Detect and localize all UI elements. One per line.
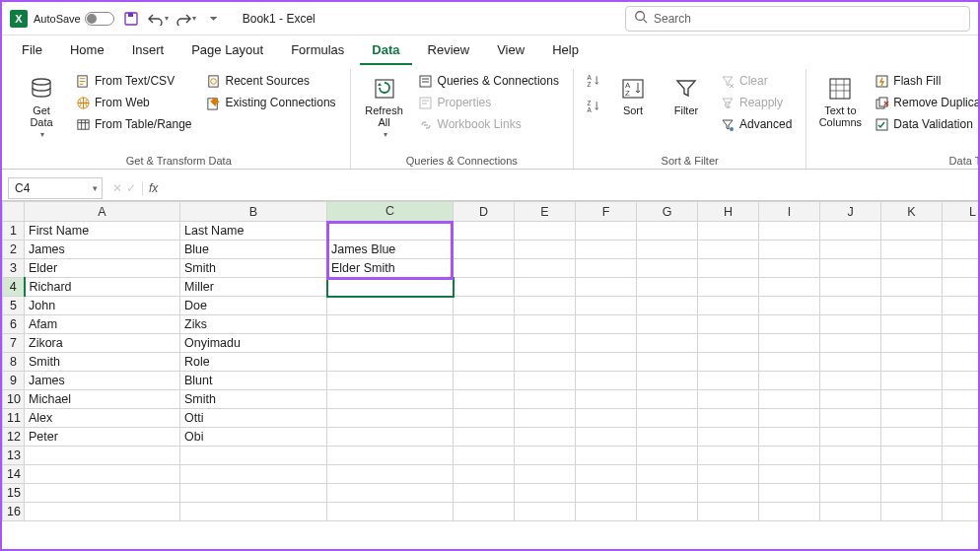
cell-H14[interactable] [698,465,759,484]
cell-L7[interactable] [943,334,979,353]
col-header-K[interactable]: K [881,202,943,222]
row-header[interactable]: 7 [3,334,25,353]
cell-F9[interactable] [576,372,637,390]
refresh-all-button[interactable]: Refresh All [361,71,408,143]
cell-I2[interactable] [759,241,820,259]
cell-E12[interactable] [515,428,576,447]
cell-J13[interactable] [820,447,881,465]
cell-E15[interactable] [515,484,576,503]
cell-J14[interactable] [820,465,881,484]
col-header-L[interactable]: L [943,202,979,222]
cell-E7[interactable] [515,334,576,353]
cancel-formula-icon[interactable]: ✕ [112,181,122,195]
cell-D2[interactable] [454,241,515,259]
row-header[interactable]: 15 [3,484,25,503]
cell-C13[interactable] [327,447,454,465]
get-data-button[interactable]: Get Data [18,71,65,143]
cell-A10[interactable]: Michael [25,390,180,409]
cell-B16[interactable] [180,503,327,521]
cell-G10[interactable] [637,390,698,409]
cell-E6[interactable] [515,315,576,334]
cell-A2[interactable]: James [25,241,180,259]
cell-H10[interactable] [698,390,759,409]
cell-G15[interactable] [637,484,698,503]
cell-E5[interactable] [515,297,576,315]
cell-C8[interactable] [327,353,454,372]
cell-I13[interactable] [759,447,820,465]
cell-G13[interactable] [637,447,698,465]
data-validation-button[interactable]: Data Validation [870,114,980,134]
cell-F14[interactable] [576,465,637,484]
cell-A4[interactable]: Richard [25,278,180,297]
redo-button[interactable]: ▾ [175,8,197,30]
cell-J5[interactable] [820,297,881,315]
cell-D6[interactable] [454,315,515,334]
cell-A13[interactable] [25,447,180,465]
cell-J11[interactable] [820,409,881,428]
cell-G6[interactable] [637,315,698,334]
cell-K11[interactable] [881,409,943,428]
cell-E9[interactable] [515,372,576,390]
cell-F6[interactable] [576,315,637,334]
cell-D4[interactable] [454,278,515,297]
existing-connections-button[interactable]: Existing Connections [202,93,340,112]
cell-I9[interactable] [759,372,820,390]
cell-K5[interactable] [881,297,943,315]
name-box[interactable]: C4 [8,177,103,199]
col-header-B[interactable]: B [180,202,327,222]
cell-A5[interactable]: John [25,297,180,315]
cell-C12[interactable] [327,428,454,447]
cell-K13[interactable] [881,447,943,465]
cell-J12[interactable] [820,428,881,447]
cell-C5[interactable] [327,297,454,315]
cell-F1[interactable] [576,222,637,241]
row-header[interactable]: 3 [3,259,25,278]
cell-D12[interactable] [454,428,515,447]
cell-K15[interactable] [881,484,943,503]
cell-A12[interactable]: Peter [25,428,180,447]
col-header-A[interactable]: A [25,202,180,222]
sort-button[interactable]: AZ Sort [609,71,657,120]
cell-H8[interactable] [698,353,759,372]
cell-C9[interactable] [327,372,454,390]
cell-E8[interactable] [515,353,576,372]
cell-J2[interactable] [820,241,881,259]
formula-input[interactable] [164,177,978,199]
cell-K10[interactable] [881,390,943,409]
cell-D1[interactable] [454,222,515,241]
cell-A11[interactable]: Alex [25,409,180,428]
cell-C6[interactable] [327,315,454,334]
cell-K8[interactable] [881,353,943,372]
col-header-H[interactable]: H [698,202,759,222]
cell-J3[interactable] [820,259,881,278]
cell-J15[interactable] [820,484,881,503]
cell-B7[interactable]: Onyimadu [180,334,327,353]
cell-H6[interactable] [698,315,759,334]
row-header[interactable]: 2 [3,241,25,259]
row-header[interactable]: 6 [3,315,25,334]
flash-fill-button[interactable]: Flash Fill [870,71,980,91]
cell-E3[interactable] [515,259,576,278]
cell-A6[interactable]: Afam [25,315,180,334]
cell-L10[interactable] [943,390,979,409]
cell-C7[interactable] [327,334,454,353]
filter-button[interactable]: Filter [663,71,710,120]
cell-E14[interactable] [515,465,576,484]
col-header-J[interactable]: J [820,202,881,222]
cell-J6[interactable] [820,315,881,334]
cell-H2[interactable] [698,241,759,259]
col-header-D[interactable]: D [454,202,515,222]
cell-I15[interactable] [759,484,820,503]
cell-D10[interactable] [454,390,515,409]
row-header[interactable]: 13 [3,447,25,465]
cell-G4[interactable] [637,278,698,297]
tab-help[interactable]: Help [540,36,591,65]
cell-D5[interactable] [454,297,515,315]
cell-B12[interactable]: Obi [180,428,327,447]
cell-L11[interactable] [943,409,979,428]
cell-H11[interactable] [698,409,759,428]
tab-data[interactable]: Data [360,36,411,65]
tab-insert[interactable]: Insert [120,36,176,65]
cell-C1[interactable] [327,222,454,241]
tab-review[interactable]: Review [416,36,482,65]
